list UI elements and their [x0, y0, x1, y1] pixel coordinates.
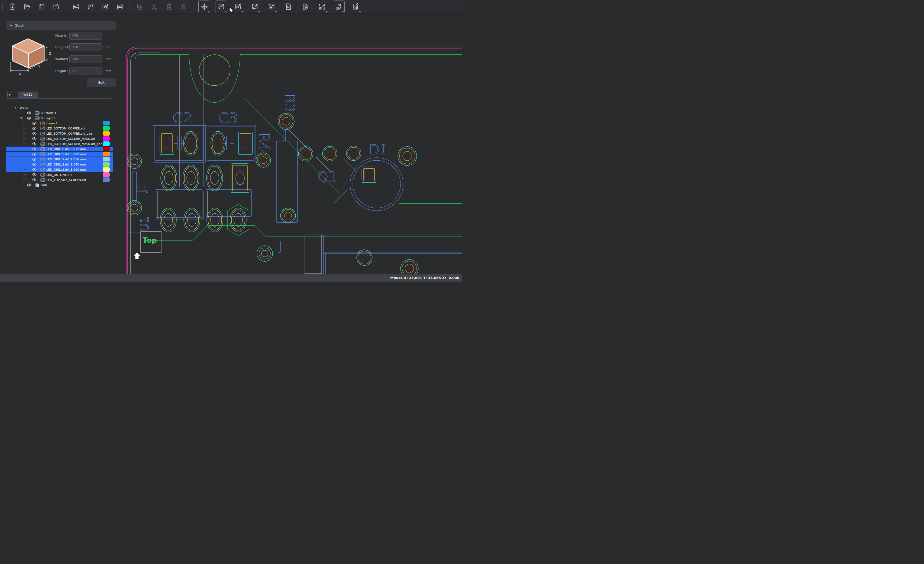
import-toolpath-button[interactable] — [114, 0, 126, 13]
save-as-button[interactable] — [50, 0, 62, 13]
import-model-button[interactable] — [99, 0, 111, 13]
tree-row-2d-layers[interactable]: 2D Layers — [6, 116, 113, 120]
dropdown-arrow-icon[interactable] — [275, 11, 277, 13]
tree-row-led-outline-art[interactable]: LED_OUTLINE.art — [6, 172, 113, 177]
visibility-eye-icon[interactable] — [32, 153, 37, 156]
gcode-list-icon — [302, 3, 309, 10]
mouse-settings-button[interactable] — [333, 0, 345, 13]
dropdown-arrow-icon[interactable] — [342, 11, 344, 12]
import-toolpath-icon — [116, 3, 123, 10]
edit-vector-button[interactable] — [215, 0, 227, 13]
visibility-eye-icon[interactable] — [32, 137, 37, 140]
height-field[interactable] — [69, 67, 102, 75]
length-field[interactable] — [69, 44, 102, 51]
copper-pour-layer[interactable] — [124, 54, 462, 274]
material-field[interactable] — [69, 32, 102, 39]
save-file-button[interactable] — [36, 0, 47, 13]
layer-color-swatch[interactable] — [103, 157, 110, 162]
top-side-marker[interactable]: Top — [134, 232, 161, 259]
move-tool-button[interactable] — [198, 0, 210, 13]
gcode-list-button[interactable] — [299, 0, 311, 13]
edit-spark-button[interactable] — [266, 0, 278, 13]
visibility-eye-icon[interactable] — [27, 111, 32, 115]
visibility-eye-icon[interactable] — [27, 117, 32, 120]
dropdown-arrow-icon[interactable] — [207, 11, 210, 12]
dropdown-arrow-icon[interactable] — [326, 11, 328, 13]
dropdown-arrow-icon[interactable] — [359, 11, 361, 13]
expander-arrow-icon[interactable] — [14, 107, 16, 109]
tab-wcs1[interactable]: WCS1 — [18, 92, 38, 98]
visibility-eye-icon[interactable] — [32, 173, 37, 176]
visibility-eye-icon[interactable] — [27, 183, 32, 187]
tree-row-led-bottom-solder-mask-art-pad[interactable]: LED_BOTTOM_SOLDER_MASK.art_pad — [6, 141, 113, 146]
layer-color-swatch[interactable] — [103, 177, 110, 182]
width-field[interactable] — [69, 55, 102, 63]
tree-row-layer1[interactable]: Layer1 — [6, 120, 113, 126]
toolbar-drag-handle[interactable] — [2, 4, 3, 10]
visibility-eye-icon[interactable] — [32, 127, 37, 130]
stock-section-header[interactable]: Stock — [6, 21, 116, 30]
tree-row-3d-models[interactable]: 3D Models — [6, 110, 113, 116]
add-workspace-button[interactable]: + — [8, 92, 12, 97]
tree-row-led-drills-drl-1-050-mm[interactable]: LED_DRILLS.drl_1.050 mm — [6, 162, 113, 167]
new-file-button[interactable] — [6, 0, 18, 13]
pad — [230, 208, 246, 232]
tree-row-led-drills-drl-1-016-mm[interactable]: LED_DRILLS.drl_1.016 mm — [6, 157, 113, 162]
layer-color-swatch[interactable] — [103, 141, 110, 146]
tree-row-led-drills-drl-0-889-mm[interactable]: LED_DRILLS.drl_0.889 mm — [6, 152, 113, 157]
layer-color-swatch[interactable] — [103, 126, 110, 130]
tree-row-led-bottom-copper-art[interactable]: LED_BOTTOM_COPPER.art — [6, 126, 113, 131]
visibility-eye-icon[interactable] — [32, 147, 37, 151]
visibility-eye-icon[interactable] — [32, 178, 37, 182]
expander-arrow-icon[interactable] — [20, 117, 22, 119]
visibility-eye-icon[interactable] — [32, 168, 37, 171]
open-file-button[interactable] — [21, 0, 33, 13]
edit-rotate-button[interactable] — [249, 0, 261, 13]
fit-view-icon — [318, 3, 326, 10]
pcb-viewport[interactable]: C2C3R3R4D1Q1J1U1 Top — [124, 14, 462, 274]
dropdown-arrow-icon[interactable] — [242, 11, 244, 13]
layer-color-swatch[interactable] — [103, 121, 110, 125]
layer-color-swatch[interactable] — [103, 167, 110, 172]
output-doc-button[interactable] — [350, 0, 362, 13]
dropdown-arrow-icon[interactable] — [224, 11, 226, 12]
layer-color-swatch[interactable] — [103, 131, 110, 136]
import-image-button[interactable] — [70, 0, 82, 13]
fit-view-button[interactable] — [316, 0, 328, 13]
layer-color-swatch[interactable] — [103, 136, 110, 141]
visibility-eye-icon[interactable] — [32, 142, 37, 146]
stock-axis-z: Z — [49, 51, 51, 56]
tree-row-led-bottom-copper-art-pad[interactable]: LED_BOTTOM_COPPER.art_pad — [6, 131, 113, 136]
visibility-eye-icon[interactable] — [32, 163, 37, 166]
layer-color-swatch[interactable] — [103, 152, 110, 156]
preview-search-button[interactable] — [282, 0, 294, 13]
board-outline-layer[interactable] — [126, 47, 462, 274]
import-curve-button[interactable] — [84, 0, 96, 13]
layer-color-swatch[interactable] — [103, 162, 110, 166]
preview-search-icon — [285, 3, 292, 10]
silkscreen-layer[interactable] — [132, 125, 462, 274]
tree-row-led-drills-drl-0-812-mm[interactable]: LED_DRILLS.drl_0.812 mm — [6, 146, 113, 152]
bottom-copper-layer[interactable] — [130, 53, 356, 274]
pads-layer[interactable] — [127, 113, 418, 274]
layer-image-icon — [40, 173, 45, 177]
tree-row-wcs1[interactable]: WCS1 — [6, 105, 113, 110]
tree-row-led-top-silk-screen-art[interactable]: LED_TOP_SILK_SCREEN.art — [6, 177, 113, 182]
visibility-eye-icon[interactable] — [32, 122, 37, 125]
pad — [207, 165, 223, 191]
tree-row-led-bottom-solder-mask-art[interactable]: LED_BOTTOM_SOLDER_MASK.art — [6, 136, 113, 141]
visibility-eye-icon[interactable] — [32, 132, 37, 135]
save-file-icon — [38, 3, 45, 10]
edit-stock-button[interactable]: Edit — [87, 78, 116, 87]
tree-row-path[interactable]: Path — [6, 182, 113, 188]
layer-color-swatch[interactable] — [103, 172, 110, 177]
tree-row-led-drills-drl-3-200-mm[interactable]: LED_DRILLS.drl_3.200 mm — [6, 167, 113, 172]
tree-stub — [24, 180, 27, 180]
ref-label-c3: C3 — [218, 110, 238, 126]
dropdown-arrow-icon[interactable] — [258, 11, 260, 13]
layer-color-swatch[interactable] — [103, 147, 110, 151]
mounting-hole[interactable] — [199, 55, 230, 86]
ref-label-d1: D1 — [369, 142, 388, 158]
mouse-settings-icon — [335, 3, 342, 10]
visibility-eye-icon[interactable] — [32, 158, 37, 161]
